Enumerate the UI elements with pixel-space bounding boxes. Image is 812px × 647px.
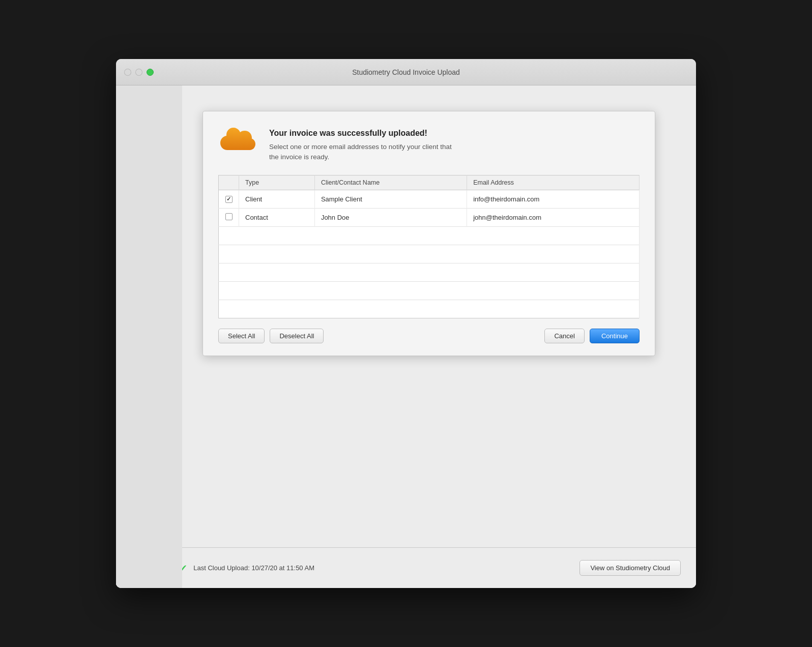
traffic-lights <box>124 69 154 76</box>
email-table: Type Client/Contact Name Email Address C… <box>218 175 640 318</box>
row-email: john@theirdomain.com <box>467 208 640 226</box>
modal-header-text: Your invoice was successfully uploaded! … <box>269 127 462 163</box>
col-type: Type <box>239 175 315 190</box>
modal-header: Your invoice was successfully uploaded! … <box>218 127 640 163</box>
row-type: Client <box>239 190 315 208</box>
modal-footer: Select All Deselect All Cancel Continue <box>218 329 640 343</box>
table-empty-row <box>219 245 640 263</box>
modal-subtitle: Select one or more email addresses to no… <box>269 142 462 163</box>
table-row: Client Sample Client info@theirdomain.co… <box>219 190 640 208</box>
select-all-button[interactable]: Select All <box>218 329 265 343</box>
row-name: Sample Client <box>314 190 467 208</box>
table-header-row: Type Client/Contact Name Email Address <box>219 175 640 190</box>
table-row: Contact John Doe john@theirdomain.com <box>219 208 640 226</box>
table-empty-row <box>219 226 640 245</box>
row-type: Contact <box>239 208 315 226</box>
app-window: Studiometry Cloud Invoice Upload <box>116 59 696 588</box>
close-button[interactable] <box>124 69 131 76</box>
table-empty-row <box>219 263 640 281</box>
row-checkbox[interactable] <box>225 213 233 220</box>
table-empty-row <box>219 281 640 300</box>
cloud-icon <box>218 127 259 157</box>
row-checkbox-cell <box>219 190 239 208</box>
cancel-button[interactable]: Cancel <box>544 329 584 343</box>
title-bar: Studiometry Cloud Invoice Upload <box>116 59 696 85</box>
continue-button[interactable]: Continue <box>590 329 640 343</box>
bottom-bar: Upload ✔ Last Cloud Upload: 10/27/20 at … <box>116 547 696 588</box>
modal-dialog: Your invoice was successfully uploaded! … <box>202 111 655 356</box>
deselect-all-button[interactable]: Deselect All <box>270 329 324 343</box>
col-email: Email Address <box>467 175 640 190</box>
row-checkbox[interactable] <box>225 196 233 203</box>
footer-right-buttons: Cancel Continue <box>544 329 640 343</box>
background-panel: Your invoice was successfully uploaded! … <box>116 85 696 547</box>
window-title: Studiometry Cloud Invoice Upload <box>352 68 460 76</box>
maximize-button[interactable] <box>147 69 154 76</box>
cloud-icon-wrap <box>218 127 259 157</box>
footer-left-buttons: Select All Deselect All <box>218 329 324 343</box>
col-name: Client/Contact Name <box>314 175 467 190</box>
row-email: info@theirdomain.com <box>467 190 640 208</box>
modal-title: Your invoice was successfully uploaded! <box>269 129 462 138</box>
row-checkbox-cell <box>219 208 239 226</box>
last-upload-text: Last Cloud Upload: 10/27/20 at 11:50 AM <box>193 564 314 572</box>
view-on-cloud-button[interactable]: View on Studiometry Cloud <box>579 560 681 576</box>
col-checkbox <box>219 175 239 190</box>
table-empty-row <box>219 300 640 318</box>
row-name: John Doe <box>314 208 467 226</box>
main-content: Your invoice was successfully uploaded! … <box>116 85 696 588</box>
minimize-button[interactable] <box>135 69 142 76</box>
